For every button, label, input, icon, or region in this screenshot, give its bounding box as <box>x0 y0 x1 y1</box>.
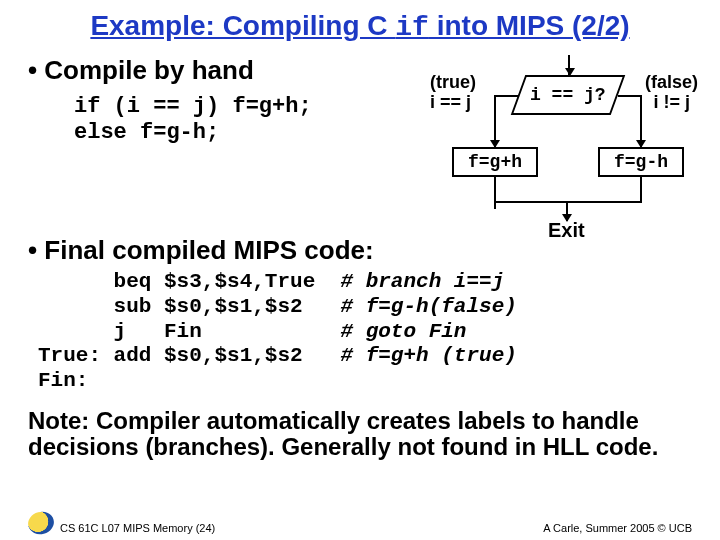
label-false-top: (false) <box>645 73 698 92</box>
mips-l1: beq $s3,$s4,True <box>38 270 340 293</box>
edge-after-true <box>494 177 496 209</box>
mips-l2: sub $s0,$s1,$s2 <box>38 295 340 318</box>
edge-after-false <box>640 177 642 201</box>
bullet-compile-by-hand: • Compile by hand <box>28 55 388 86</box>
c-line2: else f=g-h; <box>74 120 219 145</box>
edge-join-h <box>494 201 642 203</box>
top-row: • Compile by hand if (i == j) f=g+h; els… <box>28 55 692 235</box>
mips-code-block: beq $s3,$s4,True # branch i==j sub $s0,$… <box>38 270 692 394</box>
title-code: if <box>395 12 429 43</box>
bullet-final-mips: • Final compiled MIPS code: <box>28 235 692 266</box>
c-source-code: if (i == j) f=g+h; else f=g-h; <box>74 94 388 146</box>
mips-c1: # branch i==j <box>340 270 504 293</box>
slide-footer: CS 61C L07 MIPS Memory (24) A Carle, Sum… <box>28 512 692 534</box>
college-logo-icon <box>26 509 57 537</box>
mips-l5: Fin: <box>38 369 88 392</box>
box-true: f=g+h <box>452 147 538 177</box>
mips-l4: True: add $s0,$s1,$s2 <box>38 344 340 367</box>
mips-c4: # f=g+h (true) <box>340 344 516 367</box>
box-false: f=g-h <box>598 147 684 177</box>
mips-l3: j Fin <box>38 320 340 343</box>
slide-title: Example: Compiling C if into MIPS (2/2) <box>28 10 692 43</box>
label-exit: Exit <box>548 219 585 242</box>
flow-diagram: i == j? (true) i == j (false) i != j f=g… <box>388 55 692 235</box>
title-post: into MIPS (2/2) <box>429 10 630 41</box>
c-line1: if (i == j) f=g+h; <box>74 94 312 119</box>
label-true-top: (true) <box>430 73 476 92</box>
edge-true-h <box>494 95 518 97</box>
mips-c2: # f=g-h(false) <box>340 295 516 318</box>
label-true-bot: i == j <box>430 93 471 112</box>
compile-section: • Compile by hand if (i == j) f=g+h; els… <box>28 55 388 235</box>
title-pre: Example: Compiling C <box>90 10 395 41</box>
footer-left-group: CS 61C L07 MIPS Memory (24) <box>28 512 215 534</box>
footer-right-text: A Carle, Summer 2005 © UCB <box>543 522 692 534</box>
compiler-note: Note: Compiler automatically creates lab… <box>28 408 692 460</box>
edge-true-v <box>494 95 496 147</box>
edge-false-h <box>618 95 640 97</box>
decision-box: i == j? <box>511 75 626 115</box>
edge-join-v <box>566 201 568 221</box>
decision-condition: i == j? <box>530 85 606 105</box>
arrow-entry <box>568 55 570 75</box>
footer-left-text: CS 61C L07 MIPS Memory (24) <box>60 522 215 534</box>
label-false-bot: i != j <box>653 93 690 112</box>
edge-false-v <box>640 95 642 147</box>
mips-c3: # goto Fin <box>340 320 466 343</box>
